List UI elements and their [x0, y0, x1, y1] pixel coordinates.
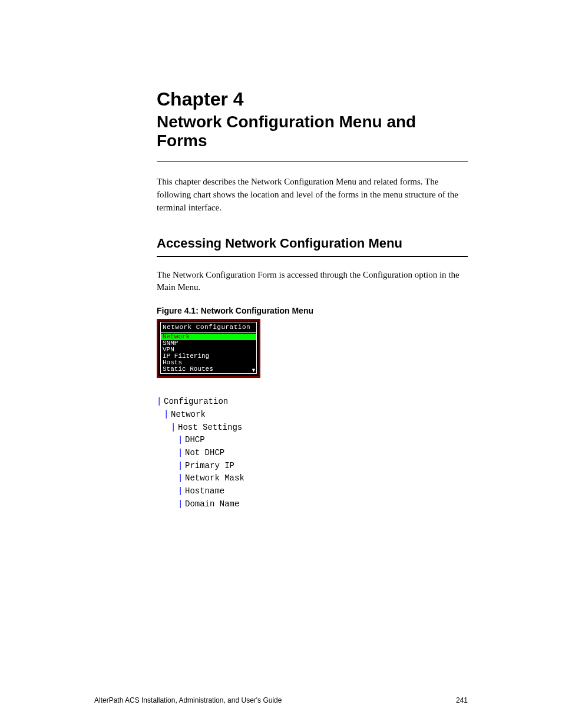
- tree-row: | Not DHCP: [157, 447, 468, 460]
- tree-label: Configuration: [164, 396, 228, 409]
- tree-branch-icon: |: [178, 460, 185, 473]
- tree-row: | Domain Name: [157, 498, 468, 511]
- tree-row: | Network: [157, 409, 468, 421]
- tree-label: Not DHCP: [185, 447, 224, 460]
- tree-label: DHCP: [185, 434, 205, 447]
- content-area: Chapter 4 Network Configuration Menu and…: [157, 88, 468, 510]
- tree-branch-icon: |: [164, 409, 171, 421]
- chapter-title: Network Configuration Menu and Forms: [157, 113, 468, 150]
- tree-branch-icon: |: [178, 472, 185, 485]
- section-paragraph: The Network Configuration Form is access…: [157, 269, 468, 295]
- tree-label: Primary IP: [185, 460, 234, 473]
- tree-branch-icon: |: [157, 396, 164, 409]
- menu-item-snmp[interactable]: SNMP: [161, 340, 256, 347]
- tree-branch-icon: |: [178, 434, 185, 447]
- tree-branch-icon: |: [178, 447, 185, 460]
- tree-branch-icon: |: [171, 421, 178, 434]
- terminal-menu-box: Network Configuration Network SNMP VPN I…: [157, 319, 260, 378]
- tree-label: Domain Name: [185, 498, 239, 511]
- figure-label: Figure 4.1: Network Configuration Menu: [157, 306, 468, 315]
- tree-row: | Hostname: [157, 485, 468, 498]
- page: Chapter 4 Network Configuration Menu and…: [0, 0, 562, 728]
- tree-label: Network Mask: [185, 472, 244, 485]
- tree-row: | DHCP: [157, 434, 468, 447]
- tree-row: | Primary IP: [157, 460, 468, 473]
- tree-branch-icon: |: [178, 485, 185, 498]
- tree-row: | Host Settings: [157, 421, 468, 434]
- terminal-menu-title: Network Configuration: [160, 322, 257, 333]
- tree-label: Host Settings: [178, 421, 242, 434]
- divider: [157, 161, 468, 162]
- footer-page-number: 241: [456, 696, 468, 704]
- terminal-menu-inner: Network Configuration Network SNMP VPN I…: [160, 322, 257, 375]
- section-divider: [157, 256, 468, 257]
- menu-item-static-routes[interactable]: Static Routes: [161, 366, 256, 373]
- chapter-number: Chapter 4: [157, 88, 468, 110]
- menu-tree: | Configuration| Network| Host Settings|…: [157, 396, 468, 510]
- tree-row: | Network Mask: [157, 472, 468, 485]
- terminal-menu-list[interactable]: Network SNMP VPN IP Filtering Hosts Stat…: [160, 333, 257, 374]
- scroll-down-icon[interactable]: ▼: [251, 368, 256, 373]
- tree-label: Network: [171, 409, 206, 421]
- tree-row: | Configuration: [157, 396, 468, 409]
- tree-branch-icon: |: [178, 498, 185, 511]
- section-heading: Accessing Network Configuration Menu: [157, 236, 468, 251]
- tree-label: Hostname: [185, 485, 224, 498]
- intro-paragraph: This chapter describes the Network Confi…: [157, 176, 468, 214]
- footer-book-title: AlterPath ACS Installation, Administrati…: [94, 696, 282, 704]
